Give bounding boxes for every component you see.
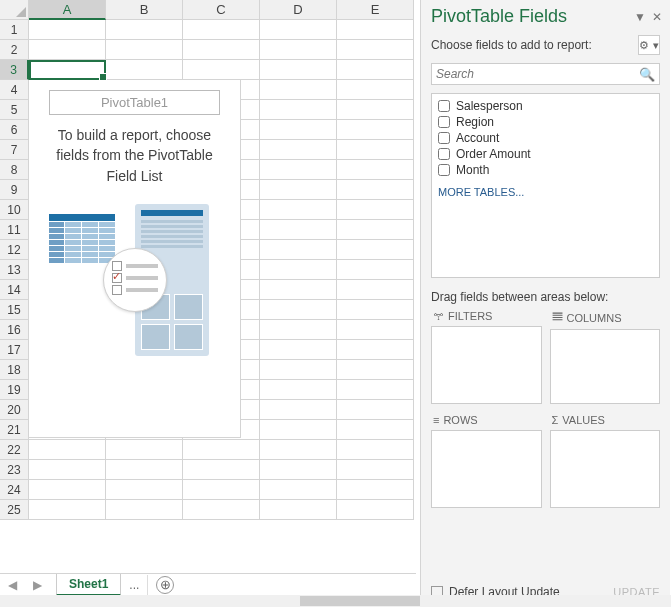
field-checkbox[interactable] (438, 100, 450, 112)
cell[interactable] (337, 200, 414, 220)
field-item[interactable]: Salesperson (438, 98, 653, 114)
cell[interactable] (260, 240, 337, 260)
cell[interactable] (260, 80, 337, 100)
cell[interactable] (260, 280, 337, 300)
row-header-2[interactable]: 2 (0, 40, 29, 60)
cell[interactable] (260, 500, 337, 520)
cell[interactable] (337, 140, 414, 160)
cell[interactable] (337, 500, 414, 520)
cell[interactable] (260, 220, 337, 240)
row-header-13[interactable]: 13 (0, 260, 29, 280)
cell[interactable] (29, 440, 106, 460)
sheet-tab-overflow[interactable]: ... (121, 575, 148, 595)
cell[interactable] (183, 480, 260, 500)
cell[interactable] (260, 420, 337, 440)
row-header-19[interactable]: 19 (0, 380, 29, 400)
cell[interactable] (106, 440, 183, 460)
cell[interactable] (260, 200, 337, 220)
sheet-tab-active[interactable]: Sheet1 (56, 574, 121, 596)
cell[interactable] (260, 140, 337, 160)
cell[interactable] (337, 120, 414, 140)
row-header-9[interactable]: 9 (0, 180, 29, 200)
row-header-25[interactable]: 25 (0, 500, 29, 520)
cell[interactable] (337, 480, 414, 500)
cell[interactable] (29, 500, 106, 520)
cell[interactable] (260, 460, 337, 480)
row-header-18[interactable]: 18 (0, 360, 29, 380)
cell[interactable] (260, 380, 337, 400)
row-header-7[interactable]: 7 (0, 140, 29, 160)
row-header-10[interactable]: 10 (0, 200, 29, 220)
row-header-23[interactable]: 23 (0, 460, 29, 480)
row-header-11[interactable]: 11 (0, 220, 29, 240)
cell[interactable] (260, 180, 337, 200)
field-item[interactable]: Account (438, 130, 653, 146)
search-icon[interactable]: 🔍 (639, 67, 655, 82)
field-checkbox[interactable] (438, 148, 450, 160)
row-header-12[interactable]: 12 (0, 240, 29, 260)
cell[interactable] (337, 60, 414, 80)
cell[interactable] (337, 260, 414, 280)
cell[interactable] (260, 340, 337, 360)
rows-area[interactable]: ≡ROWS (431, 412, 542, 508)
cell[interactable] (260, 40, 337, 60)
row-header-16[interactable]: 16 (0, 320, 29, 340)
cell[interactable] (106, 480, 183, 500)
cell[interactable] (260, 60, 337, 80)
cell[interactable] (183, 60, 260, 80)
row-header-17[interactable]: 17 (0, 340, 29, 360)
cell[interactable] (260, 320, 337, 340)
cell[interactable] (260, 480, 337, 500)
gear-icon[interactable]: ⚙ ▾ (638, 35, 660, 55)
cell[interactable] (106, 20, 183, 40)
cell[interactable] (29, 40, 106, 60)
row-header-22[interactable]: 22 (0, 440, 29, 460)
cell[interactable] (29, 480, 106, 500)
pane-close-icon[interactable]: ✕ (652, 10, 662, 24)
cell[interactable] (106, 460, 183, 480)
add-sheet-button[interactable]: ⊕ (156, 576, 174, 594)
cell[interactable] (29, 20, 106, 40)
cell[interactable] (337, 420, 414, 440)
cell[interactable] (337, 300, 414, 320)
cell[interactable] (106, 500, 183, 520)
cell[interactable] (260, 20, 337, 40)
pane-dropdown-icon[interactable]: ▼ (634, 10, 646, 24)
row-header-21[interactable]: 21 (0, 420, 29, 440)
cell[interactable] (260, 360, 337, 380)
field-checkbox[interactable] (438, 116, 450, 128)
cell[interactable] (183, 20, 260, 40)
cell[interactable] (337, 240, 414, 260)
values-area[interactable]: ΣVALUES (550, 412, 661, 508)
cell[interactable] (337, 440, 414, 460)
cell[interactable] (337, 100, 414, 120)
row-header-14[interactable]: 14 (0, 280, 29, 300)
cell[interactable] (337, 380, 414, 400)
cell[interactable] (260, 440, 337, 460)
search-input[interactable] (436, 67, 639, 81)
row-header-8[interactable]: 8 (0, 160, 29, 180)
filters-area[interactable]: 🝖FILTERS (431, 308, 542, 404)
row-header-20[interactable]: 20 (0, 400, 29, 420)
field-checkbox[interactable] (438, 132, 450, 144)
cell[interactable] (260, 300, 337, 320)
row-header-4[interactable]: 4 (0, 80, 29, 100)
more-tables-link[interactable]: MORE TABLES... (438, 186, 653, 198)
col-header-C[interactable]: C (183, 0, 260, 20)
field-list[interactable]: SalespersonRegionAccountOrder AmountMont… (431, 93, 660, 278)
row-header-6[interactable]: 6 (0, 120, 29, 140)
row-header-1[interactable]: 1 (0, 20, 29, 40)
cell[interactable] (260, 120, 337, 140)
row-header-15[interactable]: 15 (0, 300, 29, 320)
cell[interactable] (183, 460, 260, 480)
sheet-nav-prev-icon[interactable]: ◀ (0, 578, 25, 592)
cell[interactable] (106, 60, 183, 80)
cell[interactable] (106, 40, 183, 60)
cell[interactable] (29, 60, 106, 80)
cell[interactable] (183, 40, 260, 60)
field-item[interactable]: Order Amount (438, 146, 653, 162)
pivottable-placeholder[interactable]: PivotTable1 To build a report, choose fi… (29, 80, 241, 438)
cell[interactable] (337, 360, 414, 380)
field-item[interactable]: Region (438, 114, 653, 130)
field-item[interactable]: Month (438, 162, 653, 178)
